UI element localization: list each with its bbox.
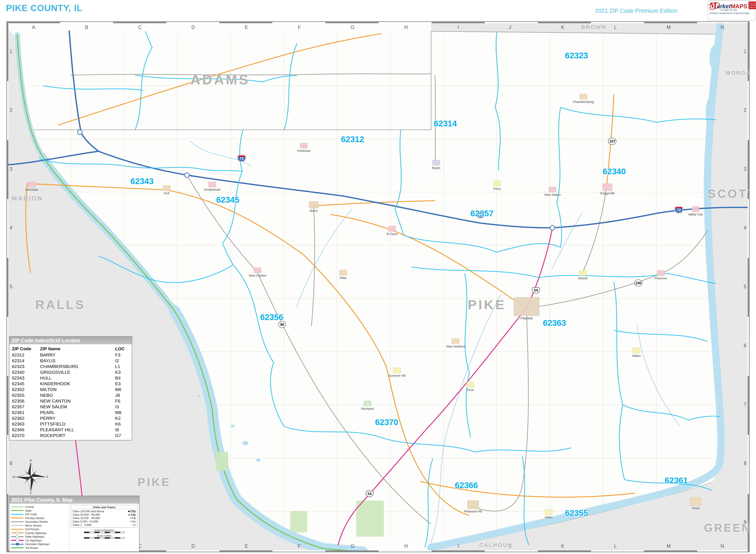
grid-number: 1 [744,49,746,54]
zip-code-cell: 62366 [10,427,38,433]
city-name: Chambersburg [572,100,594,104]
city-area-patch [467,501,479,509]
river-lake-2 [706,99,713,128]
scale-label: Scale in Miles [71,535,137,537]
zip-code-cell: 62357 [10,404,38,409]
city-area-patch [339,270,347,276]
city-area-patch [692,207,699,212]
scale-bars: Scale in Kilometers Scale in Miles [71,529,137,539]
city-marker: Florence [655,270,667,280]
zip-index-header-row: ZIP CodeZIP NameLOC [10,346,131,352]
city-area-patch [545,509,553,515]
zip-code-cell: 62362 [10,415,38,421]
legend-body: County State ZIP Code Primary Streets Se… [9,504,139,551]
frame-ticks-right [748,22,749,552]
city-name: Milton [632,354,641,357]
zip-code-cell: 62370 [10,433,38,438]
legend-title: 2021 Pike County, IL Map [9,496,139,504]
county-label: SCOTT [708,187,750,201]
city-class-label: Cities 1 - 4,999 [72,523,91,527]
zip-name-cell: NEW CANTON [38,398,113,404]
zip-code-label: 62323 [565,51,588,60]
zip-index-row: 62370 ROCKPORT G7 [10,433,131,438]
edition-label: 2021 ZIP Code Premium Edition [595,8,677,14]
county-label: MARION [12,195,43,202]
city-area-patch [28,182,36,187]
grid-letter: M [667,543,671,549]
route-shield: 106 [634,280,643,287]
grid-letter: D [192,543,195,549]
city-marker: Griggsville [600,184,615,195]
city-area-patch [602,184,612,191]
city-name: New Canton [249,274,266,277]
zip-name-cell: BARRY [38,352,113,358]
city-name: El Dara [387,232,397,236]
zip-code-label: 62366 [455,481,478,490]
zip-code-cell: 62355 [10,392,38,398]
city-class-label: Cities 50,000 - 99,999 [72,513,100,516]
grid-letter: B [85,24,88,30]
zip-code-label: 62314 [434,119,457,128]
map-canvas: ABCDEFGHIJKLMN ABCDEFGHIJKLMN 123456789 … [6,21,750,552]
zip-name-cell: CHAMBERSBURG [38,364,113,369]
scale-bar: Scale in Kilometers [71,529,137,533]
zip-index-row: 62355 NEBO J8 [10,392,131,398]
city-area-patch [452,339,459,344]
scale-label: Scale in Kilometers [71,529,137,532]
city-area-patch [393,368,401,373]
zip-index-row: 62345 KINDERHOOK E3 [10,381,131,387]
city-marker: New Hartford [446,339,465,348]
grid-letter: I [458,543,459,549]
legend-item: Secondary Streets [11,520,69,524]
legend-item-label: Exit Ramps [25,528,39,531]
logo-slogan: America's Leading Source of Business Map… [709,12,754,14]
city-marker: Valley City [688,207,703,216]
route-shield: 107 [608,138,616,145]
grid-number: 5 [744,284,746,289]
city-class-row: Cities 1 - 4,999 · City [72,523,136,527]
grid-letter: M [667,24,671,30]
county-label: GREENE [704,521,750,534]
zip-code-cell: 62343 [10,375,38,381]
zip-loc-cell: L1 [113,364,131,369]
city-class-sample: • City [130,520,136,523]
city-class-sample: · City [131,523,136,527]
legend-cities-column: Cities and Towns Cities 100,000 and Abov… [69,505,137,550]
legend-item-label: County Highways [25,532,47,535]
legend-line-sample [11,525,23,526]
logo-brand-row: M arket MAPS CALL US TOLL FREE1-888-434-… [709,1,754,10]
city-marker: Fishhook [298,143,310,153]
zip-index-header-cell: ZIP Name [38,346,113,352]
legend-item: Exit Ramps [11,528,69,531]
zip-code-label: 62370 [375,418,398,427]
city-name: Barry [310,209,317,212]
legend-line-sample [11,533,23,533]
city-marker: Milton [632,348,641,357]
legend-item-label: Toll Roads [25,546,38,550]
zip-loc-cell: I3 [113,404,131,409]
zip-index-row: 62357 NEW SALEM I3 [10,404,131,409]
city-class-label: Cities 5,000 - 24,999 [72,520,98,523]
zip-index-header-cell: LOC [113,346,131,352]
compass-rose: N E S W [12,459,49,495]
zip-name-cell: PERRY [38,415,113,421]
grid-letter: H [404,543,408,549]
legend-item: ZIP Code [11,512,69,516]
city-area-patch [364,401,371,406]
city-class-sample: ■ City [128,509,136,513]
grid-letter: L [614,543,617,549]
grid-letter: D [192,24,195,30]
zip-code-label: 62355 [565,508,588,518]
scale-ruler [84,537,124,539]
city-marker: Pearl [691,497,701,510]
zip-name-cell: BAYLIS [38,358,113,364]
cities-and-towns-title: Cities and Towns [72,506,136,509]
legend-panel: 2021 Pike County, IL Map County State ZI… [9,496,140,552]
city-marker: Rockport [361,401,374,410]
compass-s: S [30,491,32,495]
city-name: Florence [655,276,667,280]
zip-index-rows: 62312 BARRY F3 62314 BAYLIS I2 62323 CHA… [10,352,131,438]
city-marker: Hannibal [25,182,38,191]
zip-index-row: 62366 PLEASANT HILL I8 [10,427,131,433]
cities-and-towns-box: Cities and Towns Cities 100,000 and Abov… [71,505,137,528]
